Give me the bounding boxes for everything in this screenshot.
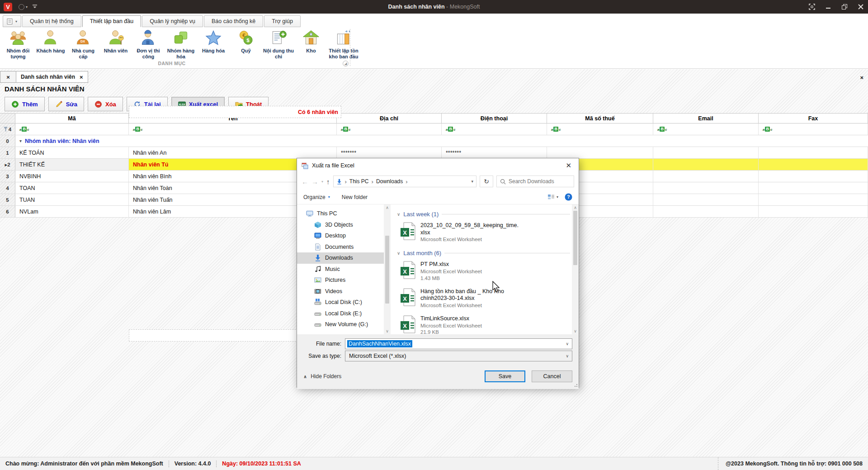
ribbon-item[interactable]: Khách hàng — [34, 28, 67, 55]
ribbon-item[interactable]: Thiết lập tồn kho ban đầu — [327, 28, 360, 60]
new-folder-button[interactable]: New folder — [342, 194, 368, 200]
grid-cell-ma[interactable]: TOAN — [15, 182, 129, 194]
column-header[interactable]: Email — [653, 114, 759, 123]
breadcrumb-chevron-icon[interactable]: › — [372, 178, 373, 185]
organize-button[interactable]: Organize▾ — [303, 194, 330, 200]
scrollbar-thumb[interactable] — [573, 211, 577, 265]
filter-cell[interactable]: aBc — [547, 123, 653, 135]
column-header[interactable]: Mã — [15, 114, 129, 123]
grid-cell-email[interactable] — [653, 159, 759, 170]
scroll-up-icon[interactable]: ∧ — [386, 205, 389, 210]
action-button[interactable]: Sửa — [48, 97, 84, 111]
customize-toolbar-button[interactable] — [32, 4, 38, 10]
scroll-down-icon[interactable]: ∨ — [574, 329, 577, 333]
tabstrip-close-button[interactable]: × — [860, 74, 863, 81]
sidebar-item[interactable]: This PC — [297, 208, 384, 219]
filter-cell[interactable]: aBc — [653, 123, 759, 135]
ribbon-item[interactable]: Nội dung thu chi — [262, 28, 295, 60]
breadcrumb-segment[interactable]: Downloads — [376, 178, 403, 185]
column-header[interactable]: Fax — [759, 114, 868, 123]
close-all-tabs-button[interactable]: × — [0, 71, 16, 83]
ribbon-tab[interactable]: Quản lý nghiệp vụ — [142, 15, 203, 27]
ribbon-item[interactable]: DXNhà cung cấp — [67, 28, 99, 60]
collapse-icon[interactable]: ▾ — [19, 138, 22, 143]
breadcrumb-segment[interactable]: This PC — [349, 178, 369, 185]
filter-condition-icon[interactable]: aBc — [446, 127, 455, 132]
filter-cell[interactable]: aBc — [442, 123, 547, 135]
ribbon-item[interactable]: Nhóm hàng hóa — [165, 28, 197, 60]
refresh-button[interactable]: ↻ — [480, 176, 493, 187]
ribbon-item[interactable]: Kho — [295, 28, 327, 55]
resize-grip[interactable] — [574, 384, 577, 388]
file-group-header[interactable]: ∨Last month (6) — [397, 248, 570, 258]
grid-cell-masothue[interactable] — [547, 147, 653, 158]
sidebar-scrollbar[interactable]: ∧∨ — [384, 204, 391, 334]
address-bar[interactable]: ›This PC›Downloads› ▾ — [333, 176, 476, 187]
document-tab[interactable]: Danh sách nhân viên × — [16, 71, 88, 83]
grid-cell-fax[interactable] — [759, 171, 868, 182]
file-name-input[interactable]: DanhSachNhanVien.xlsx ∨ — [345, 338, 572, 349]
filter-cell[interactable]: aBc — [129, 123, 337, 135]
up-button[interactable]: ↑ — [326, 178, 330, 185]
filelist-scrollbar[interactable]: ∧∨ — [572, 204, 579, 334]
fullscreen-button[interactable] — [808, 3, 816, 10]
filter-cell[interactable]: aBc — [759, 123, 868, 135]
grid-cell-fax[interactable] — [759, 182, 868, 194]
scroll-up-icon[interactable]: ∧ — [574, 205, 577, 210]
sidebar-item[interactable]: 3D Objects — [297, 219, 384, 231]
grid-cell-fax[interactable] — [759, 159, 868, 170]
save-button[interactable]: Save — [485, 370, 525, 382]
back-button[interactable]: ← — [302, 178, 308, 185]
ribbon-item[interactable]: €$Quỹ — [230, 28, 262, 55]
filter-condition-icon[interactable]: aBc — [551, 127, 561, 132]
grid-group-row[interactable]: 0▾Nhóm nhân viên: Nhân viên — [0, 135, 868, 147]
filter-cell[interactable]: aBc — [15, 123, 129, 135]
ribbon-tab[interactable]: Quản trị hệ thống — [22, 15, 81, 27]
grid-cell-email[interactable] — [653, 182, 759, 194]
sidebar-item[interactable]: Local Disk (C:) — [297, 297, 384, 308]
ribbon-tab[interactable]: Trợ giúp — [264, 15, 301, 27]
filter-condition-icon[interactable]: aBc — [657, 127, 667, 132]
hide-folders-button[interactable]: ∧Hide Folders — [303, 373, 341, 380]
ribbon-tab[interactable]: Báo cáo thống kê — [204, 15, 263, 27]
ribbon-item[interactable]: Hàng hóa — [197, 28, 230, 55]
filter-condition-icon[interactable]: aBc — [133, 127, 142, 132]
grid-row[interactable]: 1KẾ TOÁNNhân viên An************** — [0, 147, 868, 159]
grid-cell-dienthoai[interactable]: ******* — [442, 147, 547, 158]
scrollbar-thumb[interactable] — [385, 236, 389, 304]
sidebar-item[interactable]: Videos — [297, 286, 384, 297]
file-item[interactable]: XPT PM.xlsxMicrosoft Excel Worksheet1.43… — [397, 258, 570, 285]
search-box[interactable] — [496, 176, 574, 187]
grid-cell-fax[interactable] — [759, 147, 868, 158]
sidebar-item[interactable]: New Volume (G:) — [297, 319, 384, 330]
action-button[interactable]: Xóa — [88, 97, 123, 111]
recent-locations-icon[interactable]: ▾ — [321, 180, 323, 184]
forward-button[interactable]: → — [311, 178, 318, 185]
close-button[interactable] — [857, 3, 864, 10]
minimize-button[interactable] — [825, 3, 832, 10]
chevron-down-icon[interactable]: ∨ — [566, 354, 569, 358]
breadcrumb-chevron-icon[interactable]: › — [406, 178, 407, 185]
search-input[interactable] — [509, 178, 563, 185]
file-item[interactable]: XTimLinkSource.xlsxMicrosoft Excel Works… — [397, 312, 570, 334]
filter-cell[interactable]: aBc — [337, 123, 442, 135]
grid-cell-ma[interactable]: THIẾT KẾ — [15, 159, 129, 170]
sidebar-item[interactable]: Local Disk (E:) — [297, 308, 384, 319]
tab-close-icon[interactable]: × — [80, 74, 83, 81]
filter-condition-icon[interactable]: aBc — [341, 127, 350, 132]
grid-cell-diachi[interactable]: ******* — [337, 147, 442, 158]
quick-access-button[interactable]: ▾ — [19, 4, 28, 10]
column-header[interactable]: Điện thoại — [442, 114, 547, 123]
grid-cell-ma[interactable]: NVLam — [15, 206, 129, 217]
sidebar-item[interactable]: Pictures — [297, 275, 384, 286]
scroll-down-icon[interactable]: ∨ — [386, 329, 389, 333]
grid-cell-email[interactable] — [653, 206, 759, 217]
help-icon[interactable]: ? — [565, 193, 572, 201]
column-header[interactable]: Địa chỉ — [337, 114, 442, 123]
ribbon-item[interactable]: Nhóm đối tượng — [2, 28, 34, 60]
address-dropdown-icon[interactable]: ▾ — [471, 179, 473, 184]
dialog-close-button[interactable]: ✕ — [563, 161, 574, 170]
ribbon-group-dialog-button[interactable]: ◢ — [343, 61, 349, 66]
grid-cell-ma[interactable]: NVBINH — [15, 171, 129, 182]
column-header[interactable]: Mã số thuế — [547, 114, 653, 123]
